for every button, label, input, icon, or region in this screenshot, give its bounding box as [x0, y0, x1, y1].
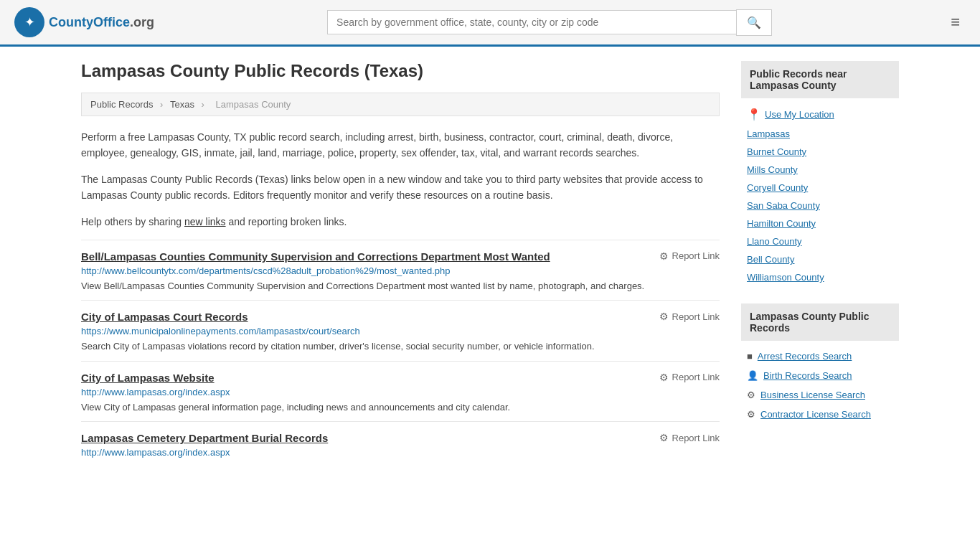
record-url-3[interactable]: http://www.lampasas.org/index.aspx	[81, 387, 720, 397]
logo-text: CountyOffice.org	[49, 15, 154, 30]
menu-button[interactable]: ≡	[945, 10, 966, 34]
new-links-link[interactable]: new links	[184, 216, 226, 227]
breadcrumb-sep-2: ›	[202, 99, 207, 110]
sidebar: Public Records near Lampasas County 📍 Us…	[741, 61, 899, 468]
record-item: Bell/Lampasas Counties Community Supervi…	[81, 240, 720, 301]
record-header: City of Lampasas Website ⚙ Report Link	[81, 372, 720, 384]
search-area: 🔍	[327, 9, 772, 36]
report-icon-2: ⚙	[659, 311, 669, 322]
breadcrumb-county: Lampasas County	[216, 99, 291, 110]
records-list: Bell/Lampasas Counties Community Supervi…	[81, 240, 720, 468]
description-1: Perform a free Lampasas County, TX publi…	[81, 129, 720, 161]
public-records-section: Lampasas County Public Records ■ Arrest …	[741, 303, 899, 424]
search-input[interactable]	[327, 10, 736, 34]
sidebar-nearby-hamilton[interactable]: Hamilton County	[741, 215, 899, 232]
sidebar-nearby-williamson[interactable]: Williamson County	[741, 268, 899, 286]
record-item: City of Lampasas Website ⚙ Report Link h…	[81, 361, 720, 422]
birth-icon: 👤	[747, 370, 758, 381]
public-records-heading: Lampasas County Public Records	[741, 303, 899, 341]
arrest-icon: ■	[747, 351, 753, 362]
sidebar-arrest-records[interactable]: ■ Arrest Records Search	[741, 347, 899, 366]
nearby-section: Public Records near Lampasas County 📍 Us…	[741, 61, 899, 286]
record-title-3[interactable]: City of Lampasas Website	[81, 372, 215, 384]
breadcrumb: Public Records › Texas › Lampasas County	[81, 93, 720, 116]
record-url-2[interactable]: https://www.municipalonlinepayments.com/…	[81, 326, 720, 336]
sidebar-birth-records[interactable]: 👤 Birth Records Search	[741, 366, 899, 385]
business-icon: ⚙	[747, 390, 755, 400]
main-container: Lampasas County Public Records (Texas) P…	[60, 47, 920, 482]
breadcrumb-sep-1: ›	[160, 99, 166, 110]
content-area: Lampasas County Public Records (Texas) P…	[81, 61, 720, 468]
record-title-2[interactable]: City of Lampasas Court Records	[81, 311, 248, 323]
record-desc-2: Search City of Lampasas violations recor…	[81, 339, 720, 354]
sidebar-nearby-coryell[interactable]: Coryell County	[741, 179, 899, 197]
record-desc-3: View City of Lampasas general informatio…	[81, 400, 720, 415]
record-url-1[interactable]: http://www.bellcountytx.com/departments/…	[81, 265, 720, 276]
report-link-4[interactable]: ⚙ Report Link	[659, 432, 720, 443]
record-header: Lampasas Cemetery Department Burial Reco…	[81, 432, 720, 444]
record-item: Lampasas Cemetery Department Burial Reco…	[81, 421, 720, 468]
sidebar-nearby-mills[interactable]: Mills County	[741, 161, 899, 179]
record-url-4[interactable]: http://www.lampasas.org/index.aspx	[81, 447, 720, 458]
sidebar-contractor-license[interactable]: ⚙ Contractor License Search	[741, 405, 899, 424]
contractor-icon: ⚙	[747, 409, 755, 420]
sidebar-nearby-burnet[interactable]: Burnet County	[741, 143, 899, 161]
logo-area[interactable]: ✦ CountyOffice.org	[14, 7, 154, 37]
breadcrumb-public-records[interactable]: Public Records	[90, 99, 153, 110]
sidebar-nearby-lampasas[interactable]: Lampasas	[741, 125, 899, 143]
report-link-1[interactable]: ⚙ Report Link	[659, 250, 720, 262]
logo-icon: ✦	[14, 7, 44, 37]
sidebar-nearby-llano[interactable]: Llano County	[741, 232, 899, 250]
report-link-2[interactable]: ⚙ Report Link	[659, 311, 720, 322]
report-icon-3: ⚙	[659, 372, 669, 383]
record-header: City of Lampasas Court Records ⚙ Report …	[81, 311, 720, 323]
description-3: Help others by sharing new links and rep…	[81, 214, 720, 230]
site-header: ✦ CountyOffice.org 🔍 ≡	[0, 0, 980, 47]
page-title: Lampasas County Public Records (Texas)	[81, 61, 720, 81]
record-desc-1: View Bell/Lampasas Counties Community Su…	[81, 279, 720, 293]
description-2: The Lampasas County Public Records (Texa…	[81, 171, 720, 204]
use-location-item[interactable]: 📍 Use My Location	[741, 104, 899, 125]
record-item: City of Lampasas Court Records ⚙ Report …	[81, 300, 720, 361]
sidebar-business-license[interactable]: ⚙ Business License Search	[741, 385, 899, 405]
record-title-4[interactable]: Lampasas Cemetery Department Burial Reco…	[81, 432, 328, 444]
breadcrumb-texas[interactable]: Texas	[170, 99, 194, 110]
search-button[interactable]: 🔍	[736, 9, 772, 36]
record-title-1[interactable]: Bell/Lampasas Counties Community Supervi…	[81, 250, 550, 263]
sidebar-nearby-sansaba[interactable]: San Saba County	[741, 197, 899, 215]
sidebar-nearby-bell[interactable]: Bell County	[741, 250, 899, 268]
nearby-heading: Public Records near Lampasas County	[741, 61, 899, 98]
report-link-3[interactable]: ⚙ Report Link	[659, 372, 720, 383]
location-icon: 📍	[747, 108, 761, 121]
use-location-link[interactable]: Use My Location	[765, 109, 834, 120]
record-header: Bell/Lampasas Counties Community Supervi…	[81, 250, 720, 263]
report-icon-4: ⚙	[659, 432, 669, 443]
report-icon-1: ⚙	[659, 250, 669, 262]
